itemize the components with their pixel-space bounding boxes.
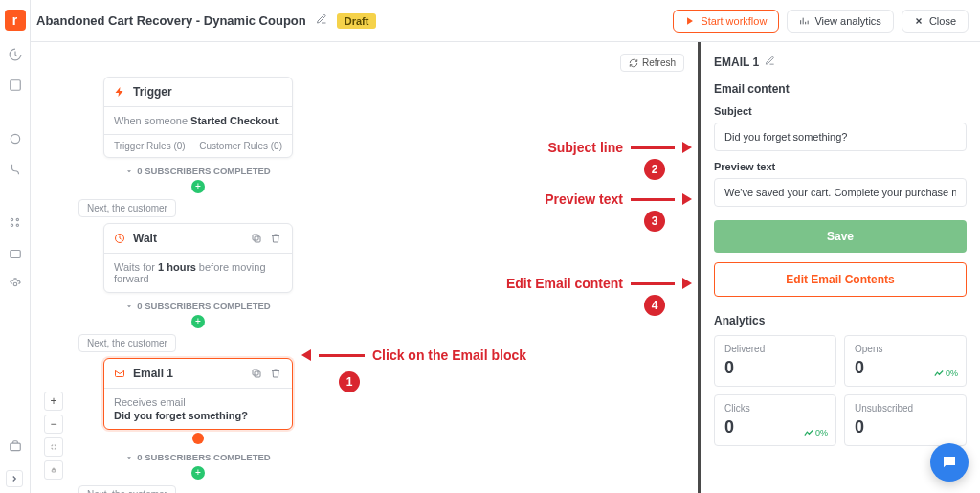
svg-point-2 — [11, 218, 12, 220]
view-analytics-label: View analytics — [814, 15, 881, 27]
preview-label: Preview text — [714, 161, 967, 172]
start-workflow-label: Start workflow — [701, 15, 767, 27]
side-panel: EMAIL 1 Email content Subject Preview te… — [701, 42, 980, 493]
subject-input[interactable] — [714, 123, 967, 151]
left-nav-rail: r — [0, 0, 31, 493]
rail-collapse-toggle[interactable] — [6, 470, 23, 487]
zoom-out-button[interactable]: − — [44, 415, 63, 434]
copy-icon[interactable] — [250, 367, 263, 380]
annotation-4: Edit Email content — [506, 276, 692, 291]
briefcase-icon[interactable] — [9, 439, 22, 453]
annotation-3: Preview text — [545, 191, 692, 207]
metric-clicks[interactable]: Clicks 0 0% — [714, 394, 836, 446]
email-node-1[interactable]: Email 1 Receives email Did you forget so… — [103, 358, 293, 430]
svg-point-4 — [11, 224, 12, 226]
annotation-badge-3: 3 — [644, 211, 665, 232]
subject-label: Subject — [714, 105, 967, 117]
svg-rect-10 — [255, 236, 260, 242]
trigger-title: Trigger — [133, 85, 172, 99]
svg-point-3 — [16, 218, 18, 220]
edit-panel-icon[interactable] — [765, 56, 775, 69]
status-badge: Draft — [337, 13, 377, 29]
add-step-button[interactable]: + — [191, 466, 205, 480]
trend-up-icon: 0% — [804, 428, 828, 437]
completed-counter: 0 SUBSCRIBERS COMPLETED — [125, 301, 270, 311]
timer-icon[interactable] — [9, 132, 22, 146]
annotation-badge-1: 1 — [339, 371, 360, 392]
svg-rect-11 — [253, 235, 258, 240]
customer-rules-count[interactable]: Customer Rules (0) — [199, 141, 282, 151]
close-button[interactable]: Close — [902, 10, 969, 33]
svg-rect-8 — [10, 443, 20, 451]
email-title: Email 1 — [133, 367, 173, 380]
start-workflow-button[interactable]: Start workflow — [673, 10, 779, 33]
trash-icon[interactable] — [269, 232, 282, 245]
section-email-content: Email content — [714, 82, 967, 96]
view-analytics-button[interactable]: View analytics — [787, 10, 894, 33]
annotation-2: Subject line — [547, 140, 692, 155]
trigger-node[interactable]: Trigger When someone Started Checkout. T… — [103, 77, 293, 158]
panel-title: EMAIL 1 — [714, 56, 967, 69]
next-chip: Next, the customer — [78, 199, 176, 217]
email-subject-preview: Did you forget something? — [114, 410, 282, 421]
edit-email-contents-button[interactable]: Edit Email Contents — [714, 262, 967, 297]
metric-unsubscribed[interactable]: Unsubscribed 0 — [844, 394, 967, 446]
email-line1: Receives email — [114, 396, 282, 408]
save-button[interactable]: Save — [714, 220, 967, 253]
svg-rect-6 — [10, 251, 20, 258]
annotation-1: Click on the Email block — [301, 347, 526, 363]
zoom-fit-button[interactable] — [44, 437, 63, 457]
completed-counter: 0 SUBSCRIBERS COMPLETED — [125, 452, 270, 462]
refresh-button[interactable]: Refresh — [620, 54, 684, 72]
preview-input[interactable] — [714, 178, 967, 207]
svg-rect-0 — [10, 80, 20, 91]
next-chip: Next, the customer — [78, 485, 176, 493]
svg-rect-18 — [52, 470, 56, 472]
zoom-in-button[interactable]: + — [44, 392, 63, 411]
branch-icon[interactable] — [9, 163, 22, 176]
close-label: Close — [929, 15, 956, 27]
annotation-badge-4: 4 — [644, 295, 665, 316]
trash-icon[interactable] — [269, 367, 282, 380]
svg-point-1 — [11, 134, 19, 143]
copy-icon[interactable] — [250, 232, 263, 245]
edit-title-icon[interactable] — [316, 13, 327, 28]
completed-counter: 0 SUBSCRIBERS COMPLETED — [125, 166, 270, 176]
metric-opens[interactable]: Opens 0 0% — [844, 335, 967, 387]
layout-icon[interactable] — [9, 78, 22, 92]
chat-widget[interactable] — [930, 443, 969, 482]
svg-point-7 — [13, 282, 17, 286]
svg-rect-13 — [255, 371, 260, 377]
section-analytics: Analytics — [714, 314, 967, 327]
zoom-lock-button[interactable] — [44, 460, 63, 480]
workflow-canvas[interactable]: Refresh Trigger When someone Started Che… — [31, 42, 701, 493]
speed-icon[interactable] — [9, 48, 22, 61]
workflow-title: Abandoned Cart Recovery - Dynamic Coupon — [36, 13, 306, 28]
next-chip: Next, the customer — [78, 334, 176, 352]
add-step-button[interactable]: + — [191, 180, 205, 193]
annotation-badge-2: 2 — [644, 159, 665, 180]
trigger-rules-count[interactable]: Trigger Rules (0) — [114, 141, 186, 151]
zoom-controls: + − — [44, 392, 63, 480]
app-logo[interactable]: r — [5, 10, 26, 31]
grid-icon[interactable] — [9, 216, 22, 230]
top-bar: Abandoned Cart Recovery - Dynamic Coupon… — [31, 0, 980, 42]
trend-up-icon: 0% — [934, 369, 958, 378]
wait-node-1[interactable]: Wait Waits for 1 hours before moving for… — [103, 223, 293, 293]
refresh-label: Refresh — [642, 57, 676, 68]
wait-title: Wait — [133, 232, 157, 245]
gear-icon[interactable] — [9, 278, 22, 291]
svg-point-5 — [16, 224, 18, 226]
svg-rect-14 — [253, 370, 258, 375]
delete-handle[interactable] — [192, 433, 204, 444]
card-icon[interactable] — [9, 247, 22, 260]
add-step-button[interactable]: + — [191, 315, 205, 328]
metric-delivered[interactable]: Delivered 0 — [714, 335, 836, 387]
